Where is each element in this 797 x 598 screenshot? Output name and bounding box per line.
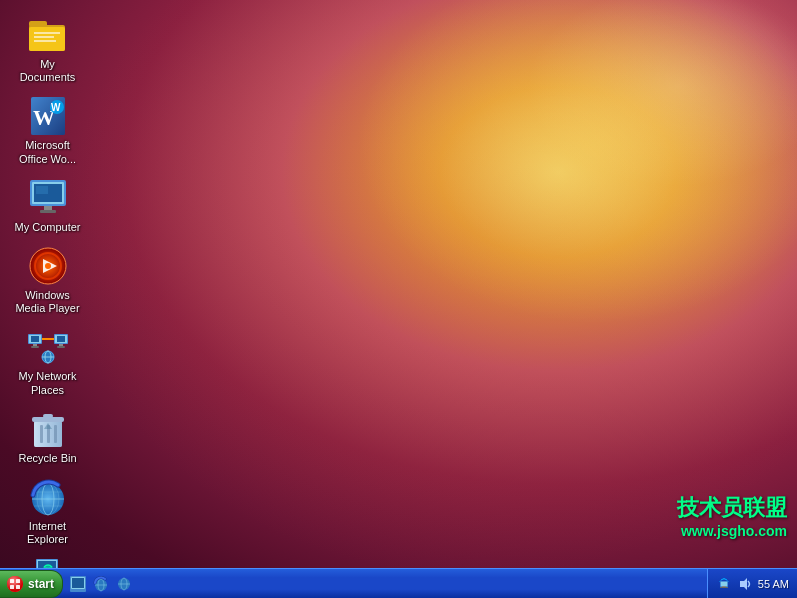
svg-rect-61 (10, 579, 14, 583)
taskbar-network-icon[interactable] (114, 574, 134, 594)
desktop: My Documents W W (0, 0, 797, 574)
svg-point-21 (45, 263, 51, 269)
start-button[interactable]: start (0, 570, 63, 598)
svg-rect-39 (43, 414, 53, 418)
system-tray-time: 55 AM (758, 578, 789, 590)
svg-rect-1 (29, 21, 47, 27)
watermark: 技术员联盟 www.jsgho.com (677, 493, 787, 539)
my-documents-icon (28, 15, 68, 55)
svg-rect-63 (10, 585, 14, 589)
watermark-url: www.jsgho.com (677, 523, 787, 539)
svg-rect-29 (57, 336, 65, 342)
network-icon (28, 327, 68, 367)
svg-rect-4 (34, 36, 54, 38)
svg-rect-40 (40, 425, 43, 443)
taskbar-middle (63, 574, 707, 594)
svg-rect-42 (54, 425, 57, 443)
wmp-label: Windows Media Player (13, 289, 82, 315)
tray-network-icon[interactable] (716, 576, 732, 592)
wmp-icon (28, 246, 68, 286)
system-tray: 55 AM (707, 569, 797, 598)
svg-marker-78 (740, 578, 747, 590)
recycle-bin-icon (28, 409, 68, 449)
watermark-chinese: 技术员联盟 (677, 493, 787, 523)
svg-rect-16 (36, 186, 48, 194)
taskbar-show-desktop-icon[interactable] (68, 574, 88, 594)
svg-rect-15 (40, 210, 56, 213)
svg-rect-67 (72, 578, 84, 588)
svg-text:W: W (51, 102, 61, 113)
ie-label: Internet Explorer (13, 520, 82, 546)
svg-rect-3 (34, 32, 60, 34)
desktop-icon-area: My Documents W W (10, 10, 85, 574)
my-computer-label: My Computer (14, 221, 80, 234)
tray-volume-icon[interactable] (737, 576, 753, 592)
ie-icon (28, 477, 68, 517)
desktop-icon-wmp[interactable]: Windows Media Player (10, 241, 85, 320)
svg-rect-75 (721, 582, 727, 586)
desktop-icon-recycle-bin[interactable]: Recycle Bin (10, 404, 85, 470)
svg-rect-62 (16, 579, 20, 583)
taskbar-ie-icon[interactable] (91, 574, 111, 594)
svg-rect-64 (16, 585, 20, 589)
svg-point-60 (7, 576, 23, 592)
svg-rect-77 (720, 587, 728, 588)
start-label: start (28, 577, 54, 591)
start-orb-icon (6, 575, 24, 593)
desktop-icon-ie[interactable]: Internet Explorer (10, 472, 85, 551)
desktop-icon-ms-word[interactable]: W W Microsoft Office Wo... (10, 91, 85, 170)
svg-rect-31 (57, 346, 65, 348)
desktop-icon-network[interactable]: My Network Places (10, 322, 85, 401)
svg-rect-2 (29, 27, 65, 51)
desktop-icon-my-documents[interactable]: My Documents (10, 10, 85, 89)
taskbar: start (0, 568, 797, 598)
my-computer-icon (28, 178, 68, 218)
network-label: My Network Places (13, 370, 82, 396)
desktop-icon-my-computer[interactable]: My Computer (10, 173, 85, 239)
ms-word-label: Microsoft Office Wo... (13, 139, 82, 165)
ms-word-icon: W W (28, 96, 68, 136)
svg-rect-5 (34, 40, 56, 42)
my-documents-label: My Documents (13, 58, 82, 84)
svg-rect-24 (31, 336, 39, 342)
recycle-bin-label: Recycle Bin (18, 452, 76, 465)
svg-rect-26 (31, 346, 39, 348)
